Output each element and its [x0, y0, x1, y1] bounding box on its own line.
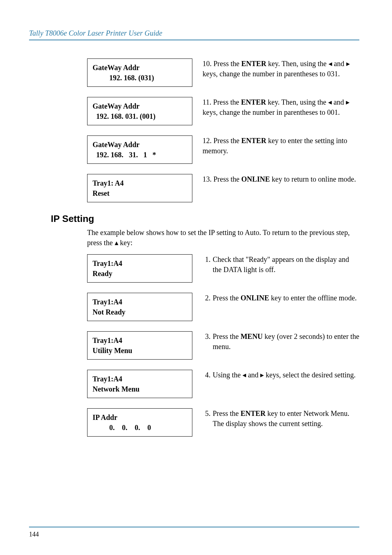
- step-instruction: 4. Using the ◂ and ▸ keys, select the de…: [203, 370, 359, 380]
- text-part: Press the: [213, 175, 241, 183]
- display-line-1: Tray1:A4: [93, 335, 187, 345]
- display-line-2: 192. 168. 31. 1 *: [93, 150, 187, 160]
- text-part: Press the: [213, 60, 241, 68]
- printer-display: Tray1:A4 Not Ready: [87, 293, 192, 321]
- up-arrow-icon: ▴: [115, 239, 118, 247]
- left-arrow-icon: ◂: [242, 371, 246, 379]
- page-number: 144: [29, 531, 39, 538]
- step-instruction: 11. Press the ENTER key. Then, using the…: [203, 97, 359, 117]
- text-part: key to enter the offline mode.: [269, 294, 357, 302]
- printer-display: Tray1: A4 Reset: [87, 174, 192, 202]
- text-bold: ENTER: [241, 409, 266, 417]
- step-instruction: 3. Press the MENU key (over 2 seconds) t…: [203, 331, 359, 352]
- text-part: key. Then, using the: [266, 60, 328, 68]
- display-line-2: Utility Menu: [93, 345, 187, 356]
- step-number: 5.: [203, 408, 213, 418]
- step-instruction: 1. Check that "Ready" appears on the dis…: [203, 254, 359, 275]
- step-row: Tray1:A4 Utility Menu 3. Press the MENU …: [29, 331, 359, 360]
- step-number: 3.: [203, 331, 213, 341]
- text-bold: ENTER: [241, 60, 266, 68]
- display-line-2: 192. 168. 031. (001): [93, 111, 187, 121]
- step-row: Tray1:A4 Ready 1. Check that "Ready" app…: [29, 254, 359, 283]
- step-instruction: 2. Press the ONLINE key to enter the off…: [203, 293, 359, 303]
- step-row: Tray1: A4 Reset 13. Press the ONLINE key…: [29, 174, 359, 202]
- printer-display: GateWay Addr 192. 168. 31. 1 *: [87, 135, 192, 164]
- display-line-1: Tray1:A4: [93, 258, 187, 268]
- text-part: Check that "Ready" appears on the displa…: [213, 254, 359, 275]
- step-row: GateWay Addr 192. 168. (031) 10. Press t…: [29, 58, 359, 87]
- step-number: 4.: [203, 370, 213, 380]
- text-part: Press the: [213, 137, 241, 145]
- display-line-1: GateWay Addr: [93, 139, 187, 150]
- step-row: Tray1:A4 Not Ready 2. Press the ONLINE k…: [29, 293, 359, 321]
- footer-divider: [29, 527, 359, 527]
- text-bold: ENTER: [241, 137, 266, 145]
- step-number: 2.: [203, 293, 213, 303]
- printer-display: GateWay Addr 192. 168. 031. (001): [87, 97, 192, 125]
- step-instruction: 5. Press the ENTER key to enter Network …: [203, 408, 359, 429]
- right-arrow-icon: ▸: [260, 371, 264, 379]
- step-instruction: 13. Press the ONLINE key to return to on…: [203, 174, 359, 184]
- display-line-1: Tray1: A4: [93, 178, 187, 188]
- display-line-1: GateWay Addr: [93, 62, 187, 73]
- text-part: key. Then, using the: [266, 98, 328, 106]
- printer-display: IP Addr 0. 0. 0. 0: [87, 408, 192, 437]
- display-line-2: 0. 0. 0. 0: [93, 422, 187, 433]
- printer-display: Tray1:A4 Utility Menu: [87, 331, 192, 360]
- step-row: Tray1:A4 Network Menu 4. Using the ◂ and…: [29, 370, 359, 398]
- text-part: and: [332, 98, 346, 106]
- display-line-1: IP Addr: [93, 412, 187, 422]
- header-title: Tally T8006e Color Laser Printer User Gu…: [29, 29, 359, 37]
- text-part: and: [246, 371, 260, 379]
- display-line-2: Not Ready: [93, 307, 187, 317]
- right-arrow-icon: ▸: [346, 98, 350, 106]
- display-line-1: Tray1:A4: [93, 374, 187, 384]
- step-row: IP Addr 0. 0. 0. 0 5. Press the ENTER ke…: [29, 408, 359, 437]
- step-number: 10.: [203, 60, 212, 68]
- printer-display: GateWay Addr 192. 168. (031): [87, 58, 192, 87]
- display-line-2: 192. 168. (031): [93, 73, 187, 83]
- intro-text: key:: [118, 239, 132, 247]
- display-line-2: Network Menu: [93, 384, 187, 394]
- left-arrow-icon: ◂: [328, 60, 332, 68]
- display-line-1: Tray1:A4: [93, 297, 187, 307]
- header-divider: [29, 40, 359, 40]
- text-part: Press the: [213, 294, 241, 302]
- text-bold: ONLINE: [241, 175, 270, 183]
- text-part: Using the: [213, 371, 242, 379]
- step-number: 13.: [203, 175, 212, 183]
- text-part: key to return to online mode.: [270, 175, 356, 183]
- step-instruction: 12. Press the ENTER key to enter the set…: [203, 135, 359, 156]
- text-part: Press the: [213, 332, 241, 340]
- display-line-2: Reset: [93, 188, 187, 198]
- step-number: 1.: [203, 254, 213, 264]
- left-arrow-icon: ◂: [328, 98, 332, 106]
- text-bold: MENU: [241, 332, 263, 340]
- step-instruction: 10. Press the ENTER key. Then, using the…: [203, 58, 359, 79]
- text-bold: ONLINE: [241, 294, 269, 302]
- printer-display: Tray1:A4 Network Menu: [87, 370, 192, 398]
- text-part: keys, change the number in parentheses t…: [203, 70, 340, 78]
- section-heading: IP Setting: [51, 213, 359, 224]
- display-line-1: GateWay Addr: [93, 101, 187, 111]
- text-part: keys, select the desired setting.: [264, 371, 356, 379]
- step-row: GateWay Addr 192. 168. 031. (001) 11. Pr…: [29, 97, 359, 125]
- step-number: 11.: [203, 98, 211, 106]
- text-part: Press the: [213, 409, 241, 417]
- text-bold: ENTER: [241, 98, 266, 106]
- section-intro: The example below shows how to set the I…: [87, 227, 359, 248]
- step-row: GateWay Addr 192. 168. 31. 1 * 12. Press…: [29, 135, 359, 164]
- text-part: and: [332, 60, 346, 68]
- text-part: keys, change the number in parentheses t…: [203, 108, 340, 116]
- step-number: 12.: [203, 137, 212, 145]
- display-line-2: Ready: [93, 268, 187, 279]
- text-part: Press the: [213, 98, 241, 106]
- printer-display: Tray1:A4 Ready: [87, 254, 192, 283]
- right-arrow-icon: ▸: [346, 60, 350, 68]
